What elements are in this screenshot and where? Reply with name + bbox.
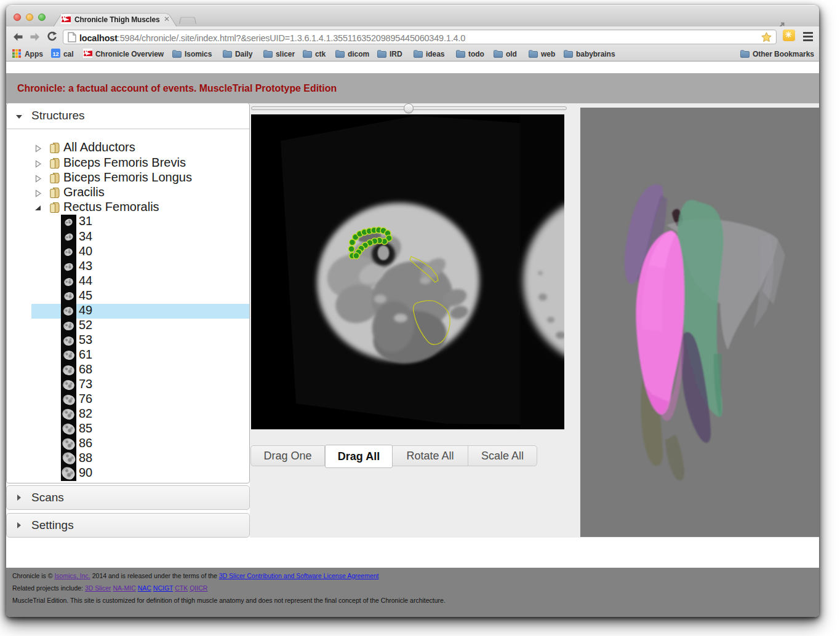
svg-text:12: 12 bbox=[53, 51, 59, 57]
